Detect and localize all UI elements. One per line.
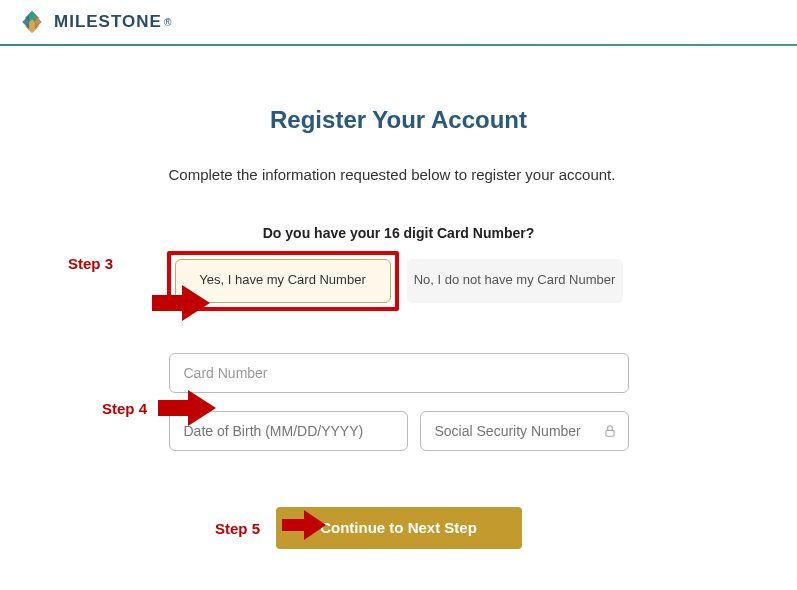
brand-name: MILESTONE: [54, 12, 162, 32]
annotation-step5-label: Step 5: [215, 520, 260, 537]
svg-marker-6: [158, 390, 216, 426]
option-no-label: No, I do not have my Card Number: [414, 272, 616, 289]
svg-marker-7: [282, 510, 326, 540]
milestone-logo-icon: [18, 8, 46, 36]
card-number-input[interactable]: [169, 353, 629, 393]
main-content: Register Your Account Complete the infor…: [0, 46, 797, 549]
dob-ssn-row: [169, 411, 629, 451]
continue-wrap: Continue to Next Step: [0, 507, 797, 549]
annotation-arrow-icon: [282, 510, 326, 540]
ssn-input[interactable]: [420, 411, 629, 451]
annotation-arrow-icon: [152, 285, 210, 321]
lock-icon: [603, 424, 617, 438]
annotation-arrow-icon: [158, 390, 216, 426]
svg-marker-5: [152, 285, 210, 321]
registered-mark: ®: [164, 17, 171, 28]
option-row: Yes, I have my Card Number No, I do not …: [0, 259, 797, 303]
header: MILESTONE ®: [0, 0, 797, 46]
annotation-step3-label: Step 3: [68, 255, 113, 272]
option-yes-label: Yes, I have my Card Number: [199, 272, 365, 289]
annotation-step4-label: Step 4: [102, 400, 147, 417]
card-number-group: [169, 353, 629, 393]
svg-rect-4: [605, 430, 613, 436]
page-title: Register Your Account: [0, 106, 797, 134]
card-question: Do you have your 16 digit Card Number?: [0, 225, 797, 241]
page-subtitle: Complete the information requested below…: [169, 164, 629, 187]
continue-label: Continue to Next Step: [320, 519, 477, 536]
option-no-button[interactable]: No, I do not have my Card Number: [407, 259, 623, 303]
